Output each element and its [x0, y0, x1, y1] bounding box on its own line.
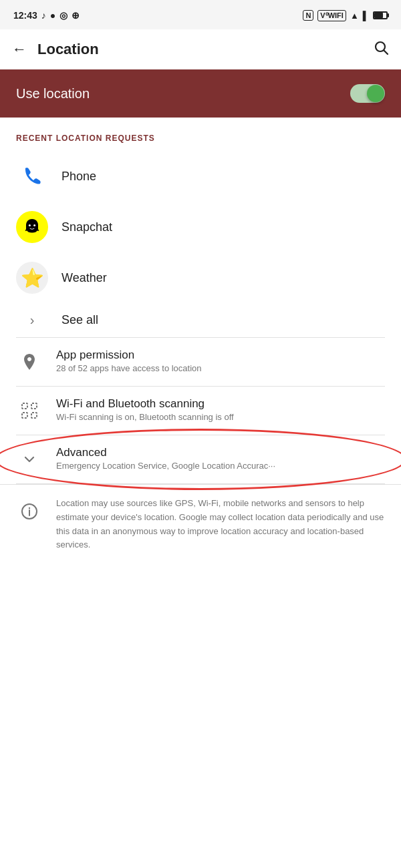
- settings-item-advanced[interactable]: Advanced Emergency Location Service, Goo…: [0, 435, 401, 483]
- app-permission-icon: [16, 349, 43, 375]
- svg-rect-7: [31, 413, 37, 418]
- advanced-title: Advanced: [56, 446, 385, 459]
- wifi-bluetooth-title: Wi-Fi and Bluetooth scanning: [56, 397, 385, 411]
- advanced-chevron-icon: [16, 446, 43, 473]
- svg-point-3: [33, 224, 35, 226]
- app-permission-title: App permission: [56, 349, 385, 362]
- see-all-label: See all: [61, 313, 98, 327]
- wifi-bluetooth-text: Wi-Fi and Bluetooth scanning Wi-Fi scann…: [56, 397, 385, 422]
- weather-app-label: Weather: [61, 271, 107, 285]
- header-left: ← Location: [12, 41, 99, 58]
- settings-item-app-permission[interactable]: App permission 28 of 52 apps have access…: [0, 338, 401, 386]
- status-right: N V⁰WIFI ▲ ▌: [303, 10, 388, 21]
- signal-icon: ▌: [363, 11, 369, 21]
- toggle-track: [350, 84, 385, 103]
- advanced-text: Advanced Emergency Location Service, Goo…: [56, 446, 385, 471]
- vowifi-icon: V⁰WIFI: [317, 10, 346, 21]
- svg-rect-4: [22, 403, 27, 409]
- advanced-subtitle: Emergency Location Service, Google Locat…: [56, 461, 385, 471]
- app-permission-text: App permission 28 of 52 apps have access…: [56, 349, 385, 373]
- see-all-chevron-icon: ›: [16, 312, 48, 328]
- recent-requests-section: RECENT LOCATION REQUESTS Phone Snapchat …: [0, 118, 401, 337]
- search-button[interactable]: [373, 39, 389, 59]
- status-left: 12:43 ♪ ● ◎ ⊕: [13, 10, 80, 21]
- section-label: RECENT LOCATION REQUESTS: [0, 118, 401, 151]
- app-item-phone[interactable]: Phone: [0, 151, 401, 202]
- weather-app-icon: ⭐: [16, 262, 48, 294]
- whatsapp-icon: ●: [50, 10, 55, 21]
- phone-app-label: Phone: [61, 170, 96, 184]
- info-circle-icon: [21, 503, 38, 520]
- page-title: Location: [37, 41, 99, 58]
- snapchat-app-label: Snapchat: [61, 220, 112, 234]
- use-location-toggle[interactable]: [350, 84, 385, 103]
- see-all-item[interactable]: › See all: [0, 303, 401, 337]
- wifi-bluetooth-icon: [16, 397, 43, 424]
- location-pin-icon: [20, 353, 39, 371]
- advanced-wrapper: Advanced Emergency Location Service, Goo…: [0, 435, 401, 483]
- wifi-bluetooth-subtitle: Wi-Fi scanning is on, Bluetooth scanning…: [56, 412, 385, 422]
- info-footer: Location may use sources like GPS, Wi-Fi…: [0, 484, 401, 564]
- chevron-down-icon: [21, 451, 37, 467]
- info-icon: [16, 498, 43, 525]
- time-display: 12:43: [13, 10, 37, 21]
- app-permission-subtitle: 28 of 52 apps have access to location: [56, 363, 385, 373]
- scan-icon-svg: [20, 401, 39, 420]
- settings-item-wifi-bluetooth[interactable]: Wi-Fi and Bluetooth scanning Wi-Fi scann…: [0, 387, 401, 435]
- svg-line-1: [384, 51, 388, 55]
- wifi-icon: ▲: [350, 11, 359, 21]
- message-icon: ◎: [59, 10, 68, 21]
- info-text: Location may use sources like GPS, Wi-Fi…: [56, 497, 385, 552]
- phone-icon-svg: [21, 166, 43, 187]
- globe-icon: ⊕: [72, 10, 80, 21]
- phone-app-icon: [16, 160, 48, 192]
- toggle-thumb: [367, 85, 384, 102]
- app-item-snapchat[interactable]: Snapchat: [0, 202, 401, 252]
- nfc-icon: N: [303, 10, 313, 21]
- header: ← Location: [0, 29, 401, 69]
- app-item-weather[interactable]: ⭐ Weather: [0, 252, 401, 303]
- snapchat-app-icon: [16, 211, 48, 243]
- weather-star-icon: ⭐: [21, 267, 44, 289]
- search-icon: [373, 39, 389, 55]
- svg-rect-6: [22, 413, 27, 418]
- use-location-label: Use location: [16, 86, 90, 101]
- back-button[interactable]: ←: [12, 41, 27, 58]
- use-location-bar[interactable]: Use location: [0, 69, 401, 118]
- battery-icon: [373, 11, 388, 19]
- svg-rect-5: [31, 403, 37, 409]
- snapchat-ghost-svg: [22, 217, 42, 237]
- svg-point-2: [29, 224, 31, 226]
- svg-point-10: [29, 507, 30, 509]
- music-icon: ♪: [41, 10, 46, 21]
- status-bar: 12:43 ♪ ● ◎ ⊕ N V⁰WIFI ▲ ▌: [0, 0, 401, 29]
